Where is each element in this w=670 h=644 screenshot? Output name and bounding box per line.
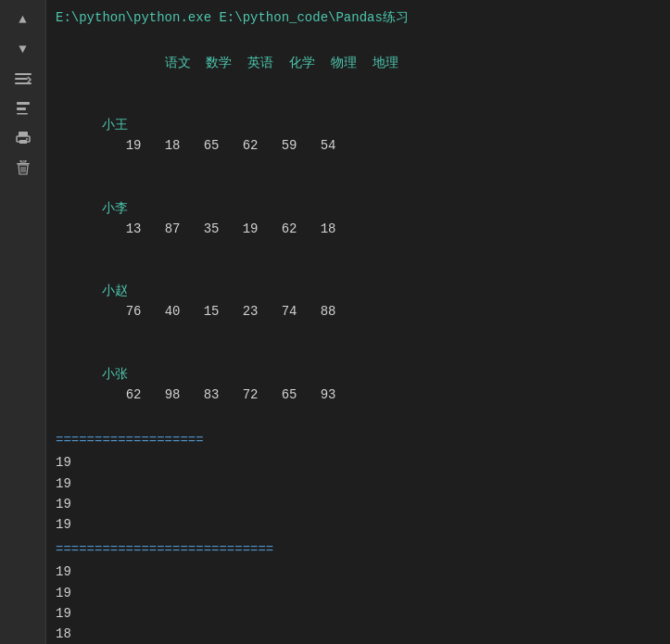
table-header: 语文 数学 英语 化学 物理 地理 [56,32,661,94]
svg-rect-3 [17,102,30,105]
separator-1: =================== [56,430,661,450]
svg-rect-1 [15,78,28,80]
table-row-xiaozhang: 小张 62 98 83 72 65 93 [56,343,661,426]
wrap-btn[interactable] [6,65,40,93]
row-name-3: 小赵 [102,284,128,298]
delete-btn[interactable] [6,154,40,182]
print-btn[interactable] [6,124,40,152]
table-row-xiaoli: 小李 13 87 35 19 62 18 [56,177,661,260]
table-row-xiaowang: 小王 19 18 65 62 59 54 [56,95,661,178]
num-1-1: 19 [56,452,661,473]
svg-point-9 [26,138,28,140]
row-name-4: 小张 [102,367,128,382]
num-2-1: 19 [56,562,661,582]
row-1-vals: 19 18 65 62 59 54 [102,138,335,153]
svg-rect-4 [17,107,26,110]
svg-rect-0 [15,73,32,75]
down-arrow-btn[interactable]: ▼ [6,35,40,63]
up-arrow-btn[interactable]: ▲ [6,6,40,33]
separator-2: ============================ [56,539,661,560]
output-content: E:\python\python.exe E:\python_code\Pand… [56,7,661,644]
console-output: E:\python\python.exe E:\python_code\Pand… [46,0,670,644]
num-1-3: 19 [56,494,661,514]
row-name-2: 小李 [102,201,128,216]
row-4-vals: 62 98 83 72 65 93 [102,387,335,402]
num-1-4: 19 [56,514,661,535]
svg-rect-8 [19,140,27,144]
svg-rect-10 [17,163,30,165]
table-row-xiaozhao: 小赵 76 40 15 23 74 88 [56,260,661,344]
align-btn[interactable] [6,95,40,122]
num-1-2: 19 [56,474,661,494]
svg-rect-11 [20,160,26,162]
row-3-vals: 76 40 15 23 74 88 [102,304,335,319]
toolbar: ▲ ▼ [0,0,46,644]
command-line: E:\python\python.exe E:\python_code\Pand… [56,7,661,28]
svg-rect-2 [15,82,32,84]
num-2-3: 19 [56,603,661,624]
num-2-4: 18 [56,624,661,644]
row-2-vals: 13 87 35 19 62 18 [102,221,335,236]
row-name-1: 小王 [102,118,128,133]
svg-rect-5 [17,113,28,115]
num-2-2: 19 [56,583,661,603]
